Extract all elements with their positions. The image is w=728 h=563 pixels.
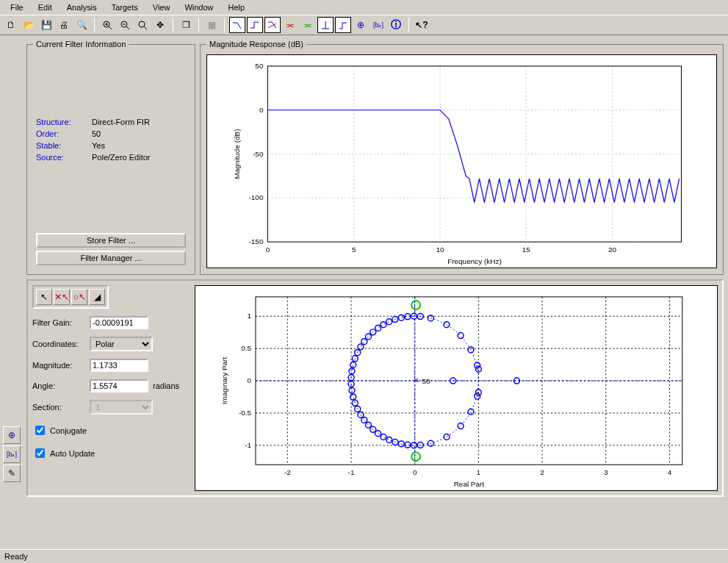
svg-text:Real Part: Real Part	[454, 480, 485, 488]
menu-targets[interactable]: Targets	[106, 1, 144, 13]
svg-line-1	[109, 26, 112, 29]
info-label: Order:	[36, 129, 87, 138]
svg-text:-1: -1	[245, 441, 251, 449]
svg-text:4: 4	[668, 468, 672, 476]
info-label: Stable:	[36, 141, 87, 150]
svg-point-91	[381, 434, 386, 440]
info-value: Pole/Zero Editor	[92, 153, 150, 162]
zoom-in-icon[interactable]	[99, 17, 115, 33]
auto-update-label: Auto Update	[50, 449, 95, 458]
pole-zero-plot[interactable]: -2-101234-1-0.500.51✕50Real PartImaginar…	[195, 285, 718, 491]
svg-point-105	[468, 409, 474, 415]
svg-point-70	[381, 322, 386, 328]
svg-point-104	[468, 347, 474, 353]
phase-icon[interactable]	[247, 17, 263, 33]
svg-point-73	[366, 334, 372, 340]
svg-text:-50: -50	[253, 150, 264, 158]
svg-text:✕: ✕	[413, 376, 419, 384]
magnitude-panel-title: Magnitude Response (dB)	[206, 40, 306, 49]
auto-update-checkbox[interactable]	[35, 448, 45, 458]
svg-text:-150: -150	[249, 237, 264, 245]
svg-point-71	[375, 325, 381, 331]
status-bar: Ready	[0, 549, 728, 563]
filter-gain-label: Filter Gain:	[32, 318, 85, 327]
info-label: Source:	[36, 153, 87, 162]
svg-point-100	[444, 322, 450, 328]
svg-rect-61	[256, 297, 682, 465]
svg-point-92	[386, 437, 392, 442]
copy-icon[interactable]: ❐	[178, 17, 194, 33]
svg-text:Magnitude (dB): Magnitude (dB)	[233, 129, 241, 179]
menu-help[interactable]: Help	[223, 1, 251, 13]
angle-input[interactable]	[90, 379, 148, 392]
save-icon[interactable]: 💾	[38, 17, 54, 33]
magnitude-icon[interactable]	[229, 17, 245, 33]
menu-window[interactable]: Window	[179, 1, 219, 13]
select-tool-icon[interactable]: ↖	[36, 289, 52, 305]
store-filter-button[interactable]: Store Filter ...	[36, 233, 186, 248]
menubar: File Edit Analysis Targets View Window H…	[0, 0, 728, 15]
side-polezero-icon[interactable]: ⊕	[3, 426, 21, 444]
groupdelay-icon[interactable]: ⫘	[282, 17, 298, 33]
side-coeff-icon[interactable]: [bₐ]	[3, 445, 21, 463]
svg-point-88	[366, 422, 372, 428]
svg-point-87	[361, 417, 367, 423]
open-icon[interactable]: 📂	[21, 17, 37, 33]
magphase-icon[interactable]	[264, 17, 281, 33]
step-icon[interactable]	[335, 17, 351, 33]
svg-text:1: 1	[477, 468, 481, 476]
svg-point-74	[361, 339, 367, 345]
section-select[interactable]: 1	[90, 400, 153, 415]
svg-point-67	[398, 315, 404, 320]
svg-point-78	[350, 362, 356, 367]
side-edit-icon[interactable]: ✎	[3, 465, 21, 482]
erase-icon[interactable]: ◢	[89, 289, 105, 305]
filter-manager-button[interactable]: Filter Manager ...	[36, 251, 186, 265]
pz-tool-row: ↖ ✕↖ ○↖ ◢	[32, 285, 109, 309]
svg-text:2: 2	[540, 468, 544, 476]
menu-edit[interactable]: Edit	[32, 1, 58, 13]
phasedelay-icon[interactable]: ⫘	[300, 17, 316, 33]
magnitude-label: Magnitude:	[32, 361, 85, 370]
menu-file[interactable]: File	[4, 1, 29, 13]
status-text: Ready	[4, 552, 28, 561]
svg-point-103	[458, 423, 464, 429]
section-label: Section:	[32, 403, 85, 412]
zoom-out-icon[interactable]	[117, 17, 133, 33]
coeff-icon[interactable]: [bₐ]	[370, 17, 386, 33]
svg-text:3: 3	[604, 468, 608, 476]
svg-text:10: 10	[436, 245, 444, 254]
side-toolbar: ⊕ [bₐ] ✎	[3, 426, 21, 482]
info-icon[interactable]: ⓘ	[388, 17, 404, 33]
print-icon[interactable]: 🖨	[56, 17, 72, 33]
preview-icon[interactable]: 🔍	[73, 17, 90, 33]
pan-icon[interactable]: ✥	[152, 17, 168, 33]
info-label: Structure:	[36, 118, 87, 126]
new-icon[interactable]: 🗋	[3, 17, 19, 33]
coordinates-select[interactable]: Polar	[90, 337, 153, 351]
svg-text:15: 15	[522, 245, 531, 254]
angle-unit: radians	[153, 381, 179, 390]
delete-pole-icon[interactable]: ✕↖	[54, 289, 70, 305]
svg-point-106	[475, 362, 480, 368]
magnitude-input[interactable]	[90, 359, 148, 372]
help-icon[interactable]: ↖?	[414, 17, 430, 33]
conjugate-checkbox[interactable]	[35, 426, 45, 435]
menu-analysis[interactable]: Analysis	[61, 1, 103, 13]
filter-info-title: Current Filter Information	[33, 40, 129, 49]
add-zero-icon[interactable]: ○↖	[71, 289, 87, 305]
magnitude-plot[interactable]: 05101520-150-100-50050Frequency (kHz)Mag…	[206, 54, 717, 268]
svg-text:-100: -100	[249, 193, 264, 201]
figure-icon[interactable]: ▦	[203, 17, 220, 33]
svg-line-8	[144, 26, 147, 29]
svg-text:0: 0	[247, 376, 251, 384]
zoom-reset-icon[interactable]	[134, 17, 151, 33]
svg-text:0: 0	[413, 468, 417, 476]
menu-view[interactable]: View	[147, 1, 176, 13]
svg-text:Frequency (kHz): Frequency (kHz)	[447, 257, 502, 265]
polezero-icon[interactable]: ⊕	[353, 17, 369, 33]
svg-text:0: 0	[259, 106, 264, 114]
svg-text:Imaginary Part: Imaginary Part	[220, 357, 228, 405]
filter-gain-input[interactable]	[90, 316, 148, 329]
impulse-icon[interactable]	[317, 17, 334, 33]
